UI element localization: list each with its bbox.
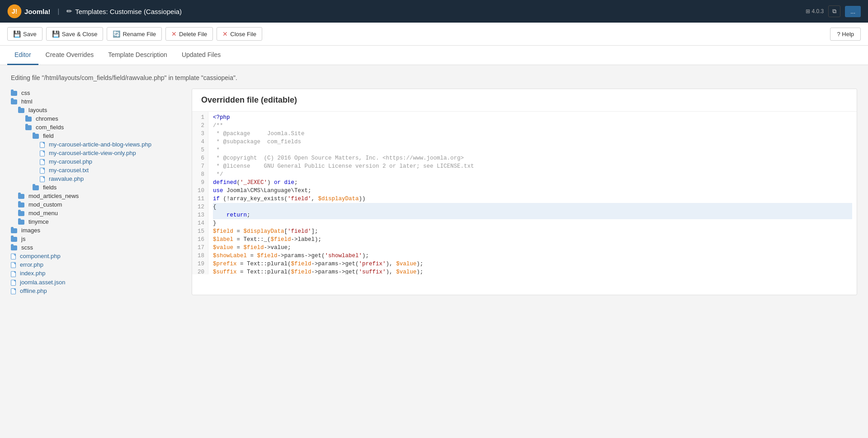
file-icon [11,279,16,286]
tree-item-label: index.php [20,270,45,277]
code-editor[interactable]: 1234567891011121314151617181920212223242… [192,112,857,274]
tree-file-item[interactable]: component.php [11,252,183,260]
pencil-icon: ✏ [66,7,72,15]
line-number: 11 [196,195,204,203]
tree-file-item[interactable]: my-carousel.php [11,157,183,166]
tree-file-item[interactable]: error.php [11,260,183,269]
tree-item-label: component.php [20,253,61,259]
tree-folder-item[interactable]: mod_menu [11,209,183,217]
tab-updated-files[interactable]: Updated Files [175,46,228,65]
tree-file-item[interactable]: joomla.asset.json [11,278,183,287]
tree-file-item[interactable]: my-carousel-article-and-blog-views.php [11,140,183,149]
tree-item-label: js [21,235,25,242]
help-button[interactable]: ? Help [830,28,861,41]
line-number: 20 [196,268,204,274]
file-icon [11,287,16,294]
line-number: 17 [196,244,204,252]
tree-folder-item[interactable]: html [11,97,183,106]
line-number: 7 [196,162,204,170]
tree-item-label: mod_menu [28,210,58,217]
tree-item-label: my-carousel-article-view-only.php [49,150,136,156]
delete-icon: ✕ [171,30,177,38]
tab-create-overrides[interactable]: Create Overrides [38,46,101,65]
code-line: <?php [213,113,852,122]
line-number: 14 [196,219,204,227]
line-numbers: 1234567891011121314151617181920212223242… [192,112,208,274]
tree-folder-item[interactable]: chromes [11,114,183,123]
code-line: $showLabel = $field->params->get('showla… [213,252,852,260]
tree-folder-item[interactable]: js [11,235,183,243]
tab-template-description[interactable]: Template Description [101,46,175,65]
code-line: * @package Joomla.Site [213,130,852,138]
tree-folder-item[interactable]: images [11,226,183,235]
close-label: Close File [230,31,256,38]
external-link-button[interactable]: ⧉ [828,5,840,17]
rename-button[interactable]: 🔄 Rename File [107,27,162,41]
user-button[interactable]: ... [845,6,861,17]
folder-icon [18,193,24,199]
line-number: 18 [196,252,204,260]
tree-folder-item[interactable]: tinymce [11,217,183,226]
code-line: /** [213,122,852,130]
save-close-icon: 💾 [52,30,60,38]
close-file-button[interactable]: ✕ Close File [217,27,262,41]
folder-icon [11,98,17,105]
file-icon [40,141,45,148]
code-content[interactable]: <?php/** * @package Joomla.Site * @subpa… [208,112,857,274]
code-line: defined('_JEXEC') or die; [213,179,852,187]
file-icon [11,261,16,268]
file-icon [40,158,45,165]
delete-button[interactable]: ✕ Delete File [165,27,213,41]
tree-folder-item[interactable]: field [11,132,183,140]
tab-editor[interactable]: Editor [7,46,38,65]
folder-icon [11,227,17,234]
file-icon [11,270,16,277]
tree-item-label: css [21,89,30,96]
tree-item-label: my-carousel.txt [49,167,89,174]
tree-item-label: images [21,227,40,234]
line-number: 10 [196,187,204,195]
folder-icon [25,124,32,131]
tree-item-label: error.php [20,261,43,268]
code-line: $field = $displayData['field']; [213,227,852,235]
save-close-label: Save & Close [62,31,98,38]
code-line: * [213,146,852,154]
page-title: ✏ Templates: Customise (Cassiopeia) [66,7,182,15]
line-number: 5 [196,146,204,154]
tree-folder-item[interactable]: mod_articles_news [11,192,183,200]
toolbar-right: ? Help [830,28,861,41]
code-line: $prefix = Text::plural($field->params->g… [213,260,852,268]
navbar-right: ⊞ 4.0.3 ⧉ ... [806,5,861,17]
tree-folder-item[interactable]: layouts [11,106,183,114]
line-number: 15 [196,227,204,235]
close-icon: ✕ [222,30,228,38]
line-number: 9 [196,179,204,187]
tree-file-item[interactable]: offline.php [11,287,183,295]
tree-file-item[interactable]: my-carousel-article-view-only.php [11,149,183,157]
tree-file-item[interactable]: index.php [11,269,183,278]
editor-panel: Overridden file (editable) 1234567891011… [192,89,857,295]
line-number: 19 [196,260,204,268]
line-number: 13 [196,211,204,219]
tree-folder-item[interactable]: mod_custom [11,200,183,209]
code-line: * @license GNU General Public License ve… [213,162,852,170]
save-close-button[interactable]: 💾 Save & Close [46,27,104,41]
line-number: 1 [196,113,204,122]
tree-file-item[interactable]: my-carousel.txt [11,166,183,174]
tree-item-label: mod_custom [28,201,62,208]
folder-icon [25,115,32,122]
rename-label: Rename File [123,31,156,38]
tree-folder-item[interactable]: scss [11,243,183,252]
code-line: $suffix = Text::plural($field->params->g… [213,268,852,274]
tree-file-item[interactable]: rawvalue.php [11,174,183,183]
code-line: * @copyright (C) 2016 Open Source Matter… [213,154,852,162]
save-button[interactable]: 💾 Save [7,27,42,41]
tree-folder-item[interactable]: com_fields [11,123,183,132]
folder-icon [18,107,24,113]
tree-folder-item[interactable]: css [11,89,183,97]
version-badge: ⊞ 4.0.3 [806,8,824,14]
delete-label: Delete File [179,31,207,38]
tree-folder-item[interactable]: fields [11,183,183,192]
title-text: Templates: Customise (Cassiopeia) [75,8,182,15]
joomla-logo: J! Joomla! [7,4,51,19]
